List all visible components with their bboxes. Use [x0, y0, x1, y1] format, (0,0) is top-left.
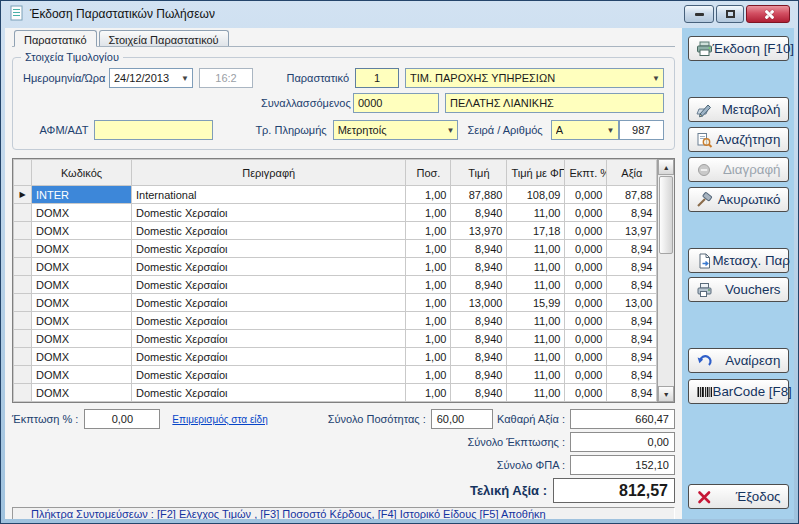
row-selector[interactable]: [14, 222, 32, 240]
cell-price-vat[interactable]: 11,00: [507, 366, 565, 384]
cell-discount[interactable]: 0,000: [565, 258, 607, 276]
column-header-value[interactable]: Αξία: [607, 160, 657, 186]
row-selector[interactable]: [14, 348, 32, 366]
row-selector[interactable]: [14, 294, 32, 312]
cell-price-vat[interactable]: 17,18: [507, 222, 565, 240]
cell-price[interactable]: 8,940: [451, 276, 507, 294]
cell-discount[interactable]: 0,000: [565, 186, 607, 204]
window-titlebar[interactable]: Έκδοση Παραστατικών Πωλήσεων: [1, 1, 798, 27]
cell-code[interactable]: DOMX: [32, 276, 132, 294]
cell-description[interactable]: Domestic Χερσαίοι: [132, 204, 406, 222]
table-row[interactable]: DOMX Domestic Χερσαίοι 1,00 8,940 11,00 …: [14, 348, 657, 366]
cell-qty[interactable]: 1,00: [406, 276, 451, 294]
table-row[interactable]: DOMX Domestic Χερσαίοι 1,00 13,000 15,99…: [14, 294, 657, 312]
cell-price-vat[interactable]: 11,00: [507, 330, 565, 348]
cell-value[interactable]: 13,00: [607, 294, 657, 312]
cell-value[interactable]: 8,94: [607, 240, 657, 258]
cell-description[interactable]: Domestic Χερσαίοι: [132, 348, 406, 366]
cell-price[interactable]: 8,940: [451, 330, 507, 348]
cell-price-vat[interactable]: 11,00: [507, 312, 565, 330]
cell-price[interactable]: 13,970: [451, 222, 507, 240]
row-selector[interactable]: [14, 204, 32, 222]
cell-value[interactable]: 8,94: [607, 312, 657, 330]
cell-description[interactable]: Domestic Χερσαίοι: [132, 276, 406, 294]
cell-description[interactable]: Domestic Χερσαίοι: [132, 294, 406, 312]
cell-qty[interactable]: 1,00: [406, 348, 451, 366]
cell-description[interactable]: Domestic Χερσαίοι: [132, 384, 406, 402]
scroll-down-icon[interactable]: ▼: [658, 386, 674, 402]
total-qty-field[interactable]: 60,00: [431, 409, 493, 429]
cell-price[interactable]: 8,940: [451, 312, 507, 330]
cell-qty[interactable]: 1,00: [406, 240, 451, 258]
modify-button[interactable]: Μεταβολή: [688, 97, 789, 122]
cell-price-vat[interactable]: 11,00: [507, 258, 565, 276]
cell-code[interactable]: DOMX: [32, 222, 132, 240]
cell-price[interactable]: 8,940: [451, 258, 507, 276]
maximize-icon[interactable]: [716, 5, 744, 23]
chevron-down-icon[interactable]: ▼: [649, 74, 660, 83]
cell-discount[interactable]: 0,000: [565, 294, 607, 312]
cell-value[interactable]: 8,94: [607, 348, 657, 366]
column-header-qty[interactable]: Ποσ.: [406, 160, 451, 186]
customer-code-field[interactable]: 0000: [353, 93, 439, 113]
cell-price-vat[interactable]: 11,00: [507, 384, 565, 402]
cell-value[interactable]: 8,94: [607, 384, 657, 402]
allocate-to-items-link[interactable]: Επιμερισμός στα είδη: [172, 414, 267, 425]
row-selector[interactable]: [14, 366, 32, 384]
chevron-down-icon[interactable]: ▼: [178, 74, 189, 83]
chevron-down-icon[interactable]: ▼: [443, 126, 454, 135]
cell-code[interactable]: DOMX: [32, 240, 132, 258]
cell-code[interactable]: INTER: [32, 186, 132, 204]
row-selector[interactable]: [14, 384, 32, 402]
cell-value[interactable]: 8,94: [607, 330, 657, 348]
close-icon[interactable]: [746, 5, 790, 23]
table-row[interactable]: DOMX Domestic Χερσαίοι 1,00 8,940 11,00 …: [14, 276, 657, 294]
table-row[interactable]: DOMX Domestic Χερσαίοι 1,00 8,940 11,00 …: [14, 258, 657, 276]
cell-value[interactable]: 8,94: [607, 276, 657, 294]
cell-qty[interactable]: 1,00: [406, 384, 451, 402]
transform-document-button[interactable]: Μετασχ. Παρ: [688, 248, 789, 273]
undo-button[interactable]: Αναίρεση: [688, 348, 789, 373]
cell-description[interactable]: Domestic Χερσαίοι: [132, 312, 406, 330]
cell-price[interactable]: 8,940: [451, 384, 507, 402]
cell-price[interactable]: 8,940: [451, 204, 507, 222]
cell-code[interactable]: DOMX: [32, 330, 132, 348]
document-type-select[interactable]: ΤΙΜ. ΠΑΡΟΧΗΣ ΥΠΗΡΕΣΙΩΝ ▼: [405, 68, 664, 88]
row-selector[interactable]: ▶: [14, 186, 32, 204]
table-row[interactable]: DOMX Domestic Χερσαίοι 1,00 8,940 11,00 …: [14, 204, 657, 222]
row-selector[interactable]: [14, 240, 32, 258]
row-selector[interactable]: [14, 312, 32, 330]
cell-discount[interactable]: 0,000: [565, 204, 607, 222]
cell-qty[interactable]: 1,00: [406, 312, 451, 330]
cell-code[interactable]: DOMX: [32, 312, 132, 330]
cell-price-vat[interactable]: 11,00: [507, 240, 565, 258]
cell-value[interactable]: 8,94: [607, 258, 657, 276]
cell-qty[interactable]: 1,00: [406, 294, 451, 312]
cell-price[interactable]: 8,940: [451, 348, 507, 366]
column-header-discount[interactable]: Εκπτ. %: [565, 160, 607, 186]
tab-stoixeia-parastatikou[interactable]: Στοιχεία Παραστατικού: [99, 30, 229, 46]
barcode-button[interactable]: BarCode [F8]: [688, 379, 789, 404]
cell-description[interactable]: Domestic Χερσαίοι: [132, 258, 406, 276]
payment-method-select[interactable]: Μετρητοίς ▼: [333, 120, 459, 140]
cell-value[interactable]: 87,88: [607, 186, 657, 204]
cell-discount[interactable]: 0,000: [565, 384, 607, 402]
chevron-down-icon[interactable]: ▼: [604, 126, 615, 135]
table-row[interactable]: ▶ INTER International 1,00 87,880 108,09…: [14, 186, 657, 204]
cell-price-vat[interactable]: 11,00: [507, 204, 565, 222]
exit-button[interactable]: Έξοδος: [688, 484, 789, 509]
cell-price[interactable]: 13,000: [451, 294, 507, 312]
column-header-price[interactable]: Τιμή: [451, 160, 507, 186]
column-header-description[interactable]: Περιγραφή: [132, 160, 406, 186]
customer-name-field[interactable]: ΠΕΛΑΤΗΣ ΛΙΑΝΙΚΗΣ: [445, 93, 664, 113]
column-header-code[interactable]: Κωδικός: [32, 160, 132, 186]
cell-price[interactable]: 87,880: [451, 186, 507, 204]
search-button[interactable]: Αναζήτηση: [688, 127, 789, 152]
series-number-field[interactable]: 987: [619, 120, 664, 140]
cell-code[interactable]: DOMX: [32, 348, 132, 366]
cell-price-vat[interactable]: 11,00: [507, 276, 565, 294]
cell-discount[interactable]: 0,000: [565, 348, 607, 366]
row-selector[interactable]: [14, 330, 32, 348]
table-row[interactable]: DOMX Domestic Χερσαίοι 1,00 13,970 17,18…: [14, 222, 657, 240]
cell-price-vat[interactable]: 11,00: [507, 348, 565, 366]
